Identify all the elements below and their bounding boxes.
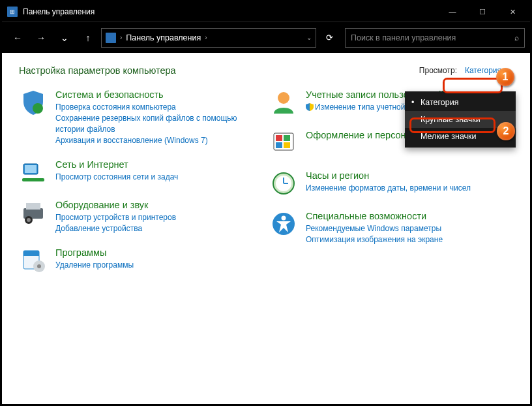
category-programs: Программы Удаление программы [19,246,263,275]
window-title: Панель управления [23,7,437,16]
category-title[interactable]: Оборудование и звук [55,199,263,211]
network-icon [19,158,48,187]
maximize-button[interactable]: ☐ [467,2,497,22]
category-title[interactable]: Система и безопасность [55,89,263,101]
breadcrumb-root[interactable]: Панель управления [126,33,201,42]
forward-button[interactable]: → [31,26,52,50]
svg-rect-17 [284,142,290,148]
category-network: Сеть и Интернет Просмотр состояния сети … [19,158,263,187]
page-title: Настройка параметров компьютера [19,65,419,76]
svg-rect-9 [23,251,39,256]
up-button[interactable]: ↑ [78,26,98,50]
svg-point-7 [27,218,31,222]
svg-point-12 [278,92,289,104]
callout-badge-2: 2 [497,122,515,140]
callout-ring-1 [443,78,503,93]
category-link[interactable]: Проверка состояния компьютера [55,102,263,113]
callout-badge-1: 1 [496,68,514,86]
search-icon: ⌕ [514,33,519,42]
category-link[interactable]: Сохранение резервных копий файлов с помо… [55,113,263,135]
category-link[interactable]: Просмотр состояния сети и задач [55,172,263,183]
category-link[interactable]: Архивация и восстановление (Windows 7) [55,135,263,146]
chevron-down-icon[interactable]: ⌄ [306,34,312,41]
svg-point-11 [37,264,41,268]
category-title[interactable]: Часы и регион [306,170,513,181]
category-title[interactable]: Сеть и Интернет [55,159,263,170]
uac-shield-icon [306,103,314,111]
programs-icon [19,246,48,275]
search-placeholder: Поиск в панели управления [351,33,514,42]
category-system-security: Система и безопасность Проверка состояни… [19,88,263,146]
svg-point-0 [33,103,43,114]
category-link[interactable]: Изменение форматов даты, времени и чисел [306,183,513,194]
left-column: Система и безопасность Проверка состояни… [19,88,263,275]
search-box[interactable]: Поиск в панели управления ⌕ [345,28,525,48]
category-link[interactable]: Добавление устройства [55,223,263,234]
address-bar[interactable]: › Панель управления › ⌄ [101,28,316,48]
chevron-icon: › [120,34,122,41]
svg-rect-3 [22,178,44,181]
category-link[interactable]: Рекомендуемые Windows параметры [306,223,513,234]
appearance-icon [269,129,298,157]
recent-button[interactable]: ⌄ [54,26,75,50]
callout-ring-2 [409,117,495,133]
printer-icon [19,198,48,227]
category-clock-region: Часы и регион Изменение форматов даты, в… [269,169,513,198]
accessibility-icon [269,210,298,238]
navbar: ← → ⌄ ↑ › Панель управления › ⌄ ⟳ Поиск … [2,22,530,53]
minimize-button[interactable]: — [437,2,467,22]
titlebar: ⊞ Панель управления — ☐ ✕ [2,2,530,22]
content-header: Настройка параметров компьютера Просмотр… [19,65,513,76]
svg-rect-15 [284,135,290,141]
svg-rect-5 [26,203,40,210]
category-title[interactable]: Программы [55,247,263,258]
close-button[interactable]: ✕ [497,2,527,22]
refresh-button[interactable]: ⟳ [319,28,340,48]
viewby-option-category[interactable]: Категория [405,94,516,111]
category-accessibility: Специальные возможности Рекомендуемые Wi… [269,210,513,245]
svg-point-23 [282,216,286,221]
category-title[interactable]: Специальные возможности [306,210,513,222]
address-icon [106,33,116,43]
viewby-label: Просмотр: [419,66,457,75]
chevron-icon: › [205,34,207,41]
svg-rect-2 [25,165,37,173]
back-button[interactable]: ← [7,26,28,50]
clock-icon [269,169,298,198]
svg-rect-16 [276,142,282,148]
window: ⊞ Панель управления — ☐ ✕ ← → ⌄ ↑ › Пане… [0,0,532,406]
user-icon [269,88,298,117]
category-link[interactable]: Просмотр устройств и принтеров [55,212,263,223]
category-link[interactable]: Оптимизация изображения на экране [306,234,513,245]
category-hardware-sound: Оборудование и звук Просмотр устройств и… [19,198,263,234]
category-link[interactable]: Удаление программы [55,260,263,271]
svg-rect-14 [276,135,282,141]
shield-icon [19,88,48,117]
app-icon: ⊞ [7,7,18,17]
